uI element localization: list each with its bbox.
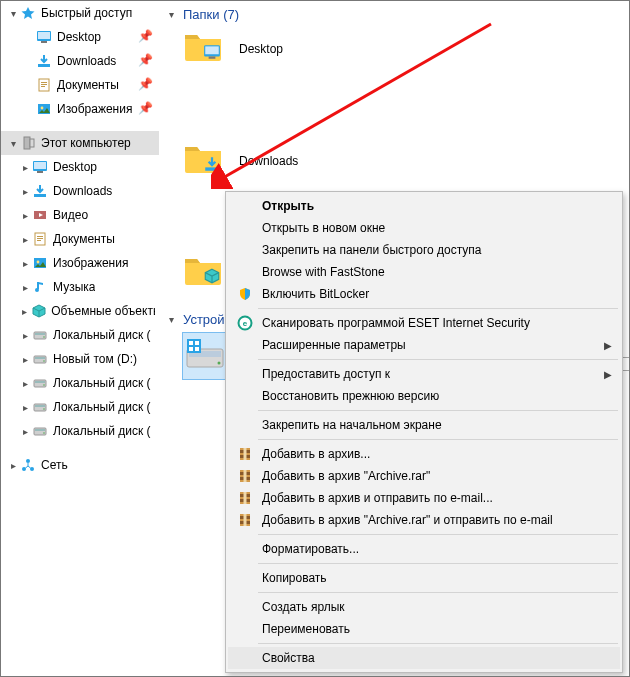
- chevron-icon: ▸: [19, 210, 31, 221]
- svg-rect-28: [35, 333, 45, 335]
- pictures-icon: [31, 254, 49, 272]
- menu-item[interactable]: Восстановить прежнюю версию: [228, 385, 620, 407]
- menu-item-label: Закрепить на начальном экране: [256, 418, 442, 432]
- desktop-icon: [35, 28, 53, 46]
- menu-item[interactable]: Открыть в новом окне: [228, 217, 620, 239]
- menu-item[interactable]: Browse with FastStone: [228, 261, 620, 283]
- video-icon: [31, 206, 49, 224]
- nav-pc-item[interactable]: ▸Видео: [1, 203, 159, 227]
- menu-item[interactable]: Добавить в архив "Archive.rar" и отправи…: [228, 509, 620, 531]
- nav-pc-item[interactable]: ▸Локальный диск (: [1, 323, 159, 347]
- nav-item-label: Быстрый доступ: [41, 6, 132, 20]
- nav-item-label: Документы: [57, 78, 119, 92]
- chevron-icon: ▾: [7, 138, 19, 149]
- nav-pc-item[interactable]: ▸Локальный диск (: [1, 419, 159, 443]
- svg-rect-16: [34, 194, 46, 197]
- nav-item-label: Изображения: [57, 102, 132, 116]
- menu-item[interactable]: Расширенные параметры▶: [228, 334, 620, 356]
- rar-icon: [234, 467, 256, 485]
- svg-point-25: [35, 288, 39, 292]
- documents-icon: [35, 76, 53, 94]
- menu-item[interactable]: Форматировать...: [228, 538, 620, 560]
- nav-pc-item[interactable]: ▸Локальный диск (: [1, 395, 159, 419]
- menu-item-label: Восстановить прежнюю версию: [256, 389, 439, 403]
- svg-rect-31: [35, 357, 45, 359]
- nav-quick-item[interactable]: Desktop📌: [1, 25, 159, 49]
- chevron-icon: ▸: [7, 460, 19, 471]
- menu-item[interactable]: Свойства: [228, 647, 620, 669]
- menu-icon-slot: [234, 219, 256, 237]
- menu-item[interactable]: Закрепить на панели быстрого доступа: [228, 239, 620, 261]
- pin-icon: 📌: [138, 53, 153, 67]
- menu-item-label: Закрепить на панели быстрого доступа: [256, 243, 482, 257]
- folders-section-header[interactable]: ▾ Папки (7): [169, 7, 619, 22]
- menu-item[interactable]: Создать ярлык: [228, 596, 620, 618]
- menu-item[interactable]: Добавить в архив и отправить по e-mail..…: [228, 487, 620, 509]
- menu-icon-slot: [234, 365, 256, 383]
- chevron-icon: ▸: [19, 306, 30, 317]
- pc-icon: [19, 134, 37, 152]
- svg-point-52: [218, 362, 221, 365]
- menu-icon-slot: [234, 387, 256, 405]
- chevron-down-icon: ▾: [169, 314, 183, 325]
- nav-item-label: Локальный диск (: [53, 400, 151, 414]
- svg-rect-22: [37, 240, 41, 241]
- chevron-icon: ▸: [19, 378, 31, 389]
- menu-item[interactable]: eСканировать программой ESET Internet Se…: [228, 312, 620, 334]
- nav-item-label: Новый том (D:): [53, 352, 137, 366]
- nav-pc-item[interactable]: ▸Downloads: [1, 179, 159, 203]
- menu-item[interactable]: Копировать: [228, 567, 620, 589]
- nav-pc-item[interactable]: ▸Объемные объекты: [1, 299, 159, 323]
- eset-icon: e: [234, 314, 256, 332]
- pin-icon: 📌: [138, 101, 153, 115]
- menu-item[interactable]: Добавить в архив...: [228, 443, 620, 465]
- nav-pc-item[interactable]: ▸Музыка: [1, 275, 159, 299]
- svg-rect-14: [34, 162, 46, 169]
- nav-quick-access[interactable]: ▾Быстрый доступ: [1, 1, 159, 25]
- nav-pc-item[interactable]: ▸Desktop: [1, 155, 159, 179]
- menu-item[interactable]: Переименовать: [228, 618, 620, 640]
- folder-item[interactable]: Desktop: [183, 28, 383, 70]
- menu-icon-slot: [234, 569, 256, 587]
- menu-separator: [258, 643, 618, 644]
- menu-item[interactable]: Включить BitLocker: [228, 283, 620, 305]
- nav-item-label: Downloads: [57, 54, 116, 68]
- menu-icon-slot: [234, 620, 256, 638]
- menu-item-label: Предоставить доступ к: [256, 367, 390, 381]
- pin-icon: 📌: [138, 77, 153, 91]
- shield-icon: [234, 285, 256, 303]
- nav-pc-item[interactable]: ▸Изображения: [1, 251, 159, 275]
- menu-separator: [258, 410, 618, 411]
- svg-point-35: [43, 384, 45, 386]
- svg-rect-20: [37, 236, 43, 237]
- menu-item[interactable]: Открыть: [228, 195, 620, 217]
- folder-label: Downloads: [239, 154, 298, 168]
- nav-network[interactable]: ▸Сеть: [1, 453, 159, 477]
- svg-point-44: [26, 459, 30, 463]
- nav-quick-item[interactable]: Документы📌: [1, 73, 159, 97]
- chevron-icon: ▸: [19, 186, 31, 197]
- svg-rect-11: [24, 137, 30, 149]
- nav-pc-item[interactable]: ▸Локальный диск (: [1, 371, 159, 395]
- svg-rect-54: [189, 341, 193, 345]
- chevron-icon: ▸: [19, 234, 31, 245]
- nav-pc-item[interactable]: ▸Документы: [1, 227, 159, 251]
- menu-icon-slot: [234, 649, 256, 667]
- nav-pc-item[interactable]: ▸Новый том (D:): [1, 347, 159, 371]
- nav-this-pc[interactable]: ▾Этот компьютер: [1, 131, 159, 155]
- menu-item-label: Расширенные параметры: [256, 338, 406, 352]
- nav-item-label: Локальный диск (: [53, 424, 151, 438]
- menu-separator: [258, 308, 618, 309]
- chevron-icon: ▸: [19, 282, 31, 293]
- nav-item-label: Локальный диск (: [53, 328, 151, 342]
- menu-icon-slot: [234, 197, 256, 215]
- menu-item[interactable]: Закрепить на начальном экране: [228, 414, 620, 436]
- menu-item-label: Сканировать программой ESET Internet Sec…: [256, 316, 530, 330]
- menu-item-label: Добавить в архив и отправить по e-mail..…: [256, 491, 493, 505]
- folder-item[interactable]: Downloads: [183, 140, 383, 182]
- nav-quick-item[interactable]: Изображения📌: [1, 97, 159, 121]
- nav-quick-item[interactable]: Downloads📌: [1, 49, 159, 73]
- menu-item[interactable]: Добавить в архив "Archive.rar": [228, 465, 620, 487]
- menu-item[interactable]: Предоставить доступ к▶: [228, 363, 620, 385]
- menu-separator: [258, 359, 618, 360]
